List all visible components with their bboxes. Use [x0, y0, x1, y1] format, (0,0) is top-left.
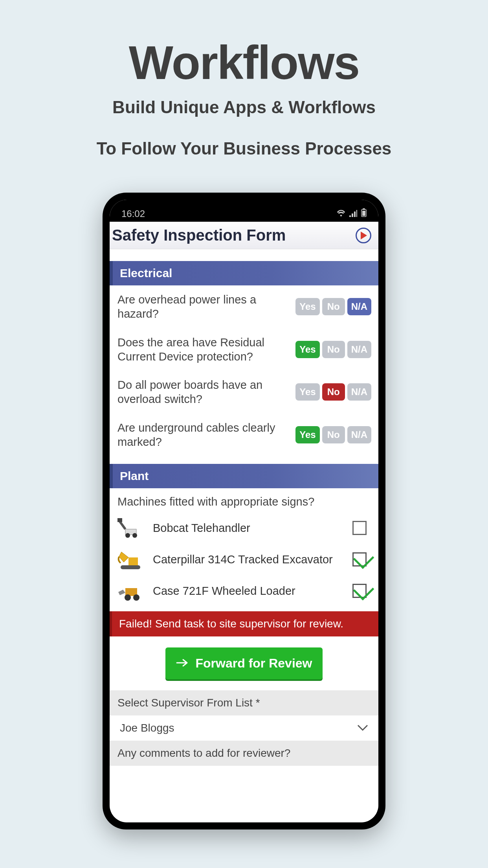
svg-point-12 — [133, 594, 139, 601]
chevron-down-icon — [357, 722, 368, 734]
yes-button[interactable]: Yes — [295, 383, 319, 401]
plant-question: Machines fitted with appropriate signs? — [110, 488, 378, 512]
phone-frame: 16:02 Safety Inspection Form — [103, 193, 385, 829]
battery-icon — [361, 208, 367, 219]
comments-label: Any comments to add for reviewer? — [110, 741, 378, 766]
fail-banner: Failed! Send task to site supervisor for… — [110, 611, 378, 636]
excavator-icon — [117, 548, 145, 571]
no-button[interactable]: No — [322, 426, 345, 443]
loader-icon — [117, 579, 145, 603]
machine-name: Case 721F Wheeled Loader — [153, 585, 345, 598]
question-row: Do all power boards have an overload swi… — [110, 371, 378, 414]
question-text: Are overhead power lines a hazard? — [117, 292, 291, 321]
question-text: Are underground cables clearly marked? — [117, 421, 291, 449]
hero-title: Workflows — [0, 35, 488, 90]
supervisor-selected: Joe Bloggs — [120, 722, 174, 734]
svg-rect-1 — [363, 208, 365, 210]
app-screen: Safety Inspection Form Electrical Are ov… — [110, 222, 378, 822]
forward-button-label: Forward for Review — [196, 656, 312, 671]
machine-name: Caterpillar 314C Tracked Excavator — [153, 553, 345, 566]
supervisor-label: Select Supervisor From List * — [110, 690, 378, 715]
section-header-plant: Plant — [110, 464, 378, 488]
hero-subtitle-2: To Follow Your Business Processes — [0, 139, 488, 158]
na-button[interactable]: N/A — [347, 426, 371, 443]
telehandler-icon — [117, 516, 145, 540]
svg-point-4 — [125, 533, 130, 538]
yes-button[interactable]: Yes — [295, 298, 319, 315]
na-button[interactable]: N/A — [347, 341, 371, 358]
svg-rect-7 — [117, 518, 122, 522]
no-button[interactable]: No — [322, 383, 345, 401]
hero: Workflows Build Unique Apps & Workflows … — [0, 0, 488, 158]
list-item: Bobcat Telehandler — [110, 512, 378, 544]
forward-review-button[interactable]: Forward for Review — [165, 647, 323, 679]
svg-point-11 — [125, 594, 131, 601]
app-header: Safety Inspection Form — [110, 222, 378, 249]
status-bar: 16:02 — [110, 200, 378, 222]
na-button[interactable]: N/A — [347, 298, 371, 315]
question-text: Does the area have Residual Current Devi… — [117, 335, 291, 364]
play-button[interactable] — [356, 228, 371, 243]
svg-point-5 — [132, 533, 137, 538]
question-text: Do all power boards have an overload swi… — [117, 378, 291, 406]
section-header-electrical: Electrical — [110, 261, 378, 285]
page-title: Safety Inspection Form — [112, 226, 286, 244]
yes-button[interactable]: Yes — [295, 426, 319, 443]
no-button[interactable]: No — [322, 341, 345, 358]
na-button[interactable]: N/A — [347, 383, 371, 401]
checkbox[interactable] — [352, 552, 367, 566]
svg-rect-2 — [362, 211, 365, 216]
checkbox[interactable] — [352, 521, 367, 535]
machine-name: Bobcat Telehandler — [153, 522, 345, 535]
list-item: Case 721F Wheeled Loader — [110, 575, 378, 607]
question-row: Are underground cables clearly marked? Y… — [110, 414, 378, 456]
yes-button[interactable]: Yes — [295, 341, 319, 358]
signal-icon — [349, 208, 357, 219]
svg-rect-9 — [128, 557, 138, 565]
supervisor-select[interactable]: Joe Bloggs — [110, 715, 378, 741]
hero-subtitle-1: Build Unique Apps & Workflows — [0, 97, 488, 117]
svg-rect-8 — [121, 565, 140, 569]
checkbox[interactable] — [352, 584, 367, 598]
question-row: Are overhead power lines a hazard? Yes N… — [110, 285, 378, 328]
arrow-right-icon — [176, 656, 189, 671]
wifi-icon — [337, 208, 345, 219]
question-row: Does the area have Residual Current Devi… — [110, 328, 378, 371]
no-button[interactable]: No — [322, 298, 345, 315]
status-time: 16:02 — [121, 208, 145, 219]
list-item: Caterpillar 314C Tracked Excavator — [110, 544, 378, 575]
